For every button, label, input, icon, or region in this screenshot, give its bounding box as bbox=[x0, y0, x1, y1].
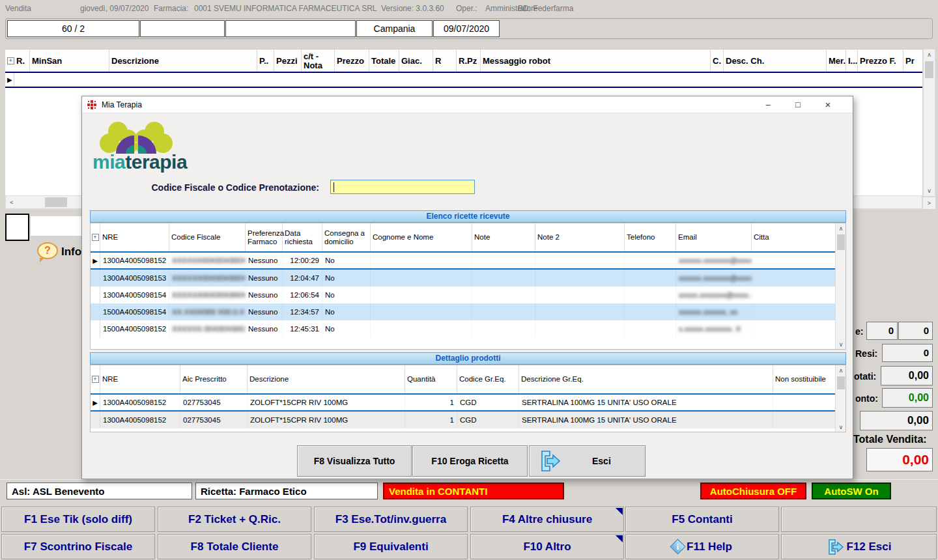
region-field[interactable]: Campania bbox=[356, 20, 433, 37]
empty-field-1[interactable] bbox=[140, 20, 225, 37]
col-email[interactable]: Email bbox=[676, 223, 752, 251]
col-codice-fiscale[interactable]: Codice Fiscale bbox=[169, 223, 246, 251]
col-messaggio[interactable]: Messaggio robot bbox=[481, 49, 711, 72]
col-minsan[interactable]: MinSan bbox=[30, 49, 109, 72]
col-aic[interactable]: Aic Prescritto bbox=[180, 365, 248, 393]
col-c[interactable]: C. bbox=[711, 49, 724, 72]
scroll-right-icon[interactable]: > bbox=[923, 197, 935, 209]
vscroll-thumb[interactable] bbox=[837, 234, 845, 250]
col-descrizione-greq[interactable]: Descrizione Gr.Eq. bbox=[519, 365, 773, 393]
f7-button[interactable]: F7 Scontrino Fiscale bbox=[1, 534, 155, 559]
question-glyph: ? bbox=[44, 245, 51, 256]
f5-button[interactable]: F5 Contanti bbox=[625, 507, 779, 532]
scroll-up-icon[interactable]: ∧ bbox=[836, 223, 846, 233]
col-consegna[interactable]: Consegna a domicilio bbox=[322, 223, 371, 251]
col-ct-nota[interactable]: c/t - Nota bbox=[302, 49, 335, 72]
f2-button[interactable]: F2 Ticket + Q.Ric. bbox=[158, 507, 311, 532]
expand-all-icon[interactable]: + bbox=[91, 365, 100, 393]
col-pr[interactable]: Pr bbox=[903, 49, 922, 72]
col-desc-ch[interactable]: Desc. Ch. bbox=[724, 49, 827, 72]
col-p[interactable]: P.. bbox=[257, 49, 274, 72]
vscroll-thumb[interactable] bbox=[837, 376, 845, 389]
col-nre[interactable]: NRE bbox=[100, 223, 169, 251]
col-nre[interactable]: NRE bbox=[100, 365, 180, 393]
vscroll-thumb[interactable] bbox=[925, 61, 933, 78]
col-prezzo[interactable]: Prezzo bbox=[335, 49, 369, 72]
f9-button[interactable]: F9 Equivalenti bbox=[314, 534, 468, 559]
table-row[interactable]: 1500A4005098152 XXXXXX.00X00X000X Nessun… bbox=[91, 320, 846, 337]
col-giac[interactable]: Giac. bbox=[399, 49, 433, 72]
quantity-box[interactable] bbox=[5, 214, 29, 241]
col-totale[interactable]: Totale bbox=[369, 49, 399, 72]
col-rpz[interactable]: R.Pz bbox=[457, 49, 481, 72]
col-citta[interactable]: Citta bbox=[752, 223, 846, 251]
app-title: Vendita bbox=[5, 4, 31, 13]
eroga-ricetta-button[interactable]: F10 Eroga Ricetta bbox=[412, 445, 528, 477]
table-row[interactable]: ▶ 1300A4005098152 027753045 ZOLOFT*15CPR… bbox=[91, 393, 846, 412]
dettaglio-section-header: Dettaglio prodotti bbox=[90, 352, 846, 365]
counter-field[interactable]: 60 / 2 bbox=[7, 20, 139, 37]
col-data-richiesta[interactable]: Data richiesta bbox=[283, 223, 322, 251]
esci-button[interactable]: Esci bbox=[529, 445, 646, 477]
scroll-down-icon[interactable]: ∨ bbox=[924, 186, 935, 196]
scroll-down-icon[interactable]: ∨ bbox=[836, 339, 846, 349]
col-descrizione[interactable]: Descrizione bbox=[109, 49, 257, 72]
f3-button[interactable]: F3 Ese.Tot/inv.guerra bbox=[314, 507, 468, 532]
scroll-down-icon[interactable]: ∨ bbox=[836, 422, 846, 432]
f1-button[interactable]: F1 Ese Tik (solo diff) bbox=[1, 507, 155, 532]
empty-field-2[interactable] bbox=[225, 20, 356, 37]
autochiusura-badge[interactable]: AutoChiusura OFF bbox=[700, 483, 806, 499]
dettaglio-vscrollbar[interactable]: ∧ ∨ bbox=[835, 365, 846, 432]
table-row[interactable]: 1300A4005098154 XXXXXX00X00X000X Nessuno… bbox=[91, 287, 846, 303]
f11-button[interactable]: i F11 Help bbox=[625, 534, 779, 559]
scroll-left-icon[interactable]: < bbox=[6, 196, 18, 208]
table-row[interactable]: 1500A4005098154 XX.XX0X000 X00.0.XX Ness… bbox=[91, 303, 846, 320]
scroll-up-icon[interactable]: ∧ bbox=[836, 365, 846, 375]
expand-all-icon[interactable]: + bbox=[91, 223, 100, 251]
empty-button[interactable] bbox=[781, 507, 937, 532]
table-row[interactable]: 1300A4005098152 027753045 ZOLOFT*15CPR R… bbox=[91, 412, 846, 428]
table-row[interactable]: ▶ 1300A4005098152 XXXXXX00X00X000X Nessu… bbox=[91, 251, 846, 270]
row-pointer-icon: ▶ bbox=[92, 399, 98, 406]
col-prezzo-f[interactable]: Prezzo F. bbox=[858, 49, 903, 72]
entry-field[interactable] bbox=[31, 216, 81, 236]
col-note[interactable]: Note bbox=[472, 223, 535, 251]
exit-icon bbox=[827, 539, 844, 555]
hscroll-thumb[interactable] bbox=[45, 197, 67, 207]
visualizza-tutto-button[interactable]: F8 Visualizza Tutto bbox=[297, 445, 412, 477]
pieces-label-fragment: e: bbox=[855, 326, 863, 337]
col-quantita[interactable]: Quantità bbox=[405, 365, 457, 393]
minimize-button[interactable]: – bbox=[758, 98, 778, 111]
dialog-titlebar[interactable]: Mia Terapia – □ × bbox=[82, 96, 853, 113]
main-table-current-row[interactable]: ▶ bbox=[5, 72, 922, 88]
codice-fiscale-input[interactable] bbox=[330, 180, 475, 194]
autosw-badge[interactable]: AutoSW On bbox=[812, 483, 891, 499]
f4-button[interactable]: F4 Altre chiusure bbox=[470, 507, 624, 532]
table-row[interactable]: 1300A4005098153 XXXXXX00X00X000X Nessuno… bbox=[91, 270, 846, 287]
dettaglio-table: + NRE Aic Prescritto Descrizione Quantit… bbox=[90, 365, 846, 432]
date-field[interactable]: 09/07/2020 bbox=[433, 20, 500, 37]
col-r[interactable]: R. bbox=[14, 49, 30, 72]
f10-button[interactable]: F10 Altro bbox=[470, 534, 624, 559]
col-mer[interactable]: Mer. bbox=[827, 49, 846, 72]
col-r2[interactable]: R bbox=[433, 49, 457, 72]
col-pezzi[interactable]: Pezzi bbox=[274, 49, 302, 72]
expand-all-icon[interactable]: + bbox=[7, 57, 14, 64]
f12-button[interactable]: F12 Esci bbox=[781, 534, 937, 559]
help-info-icon: i bbox=[670, 539, 686, 554]
col-telefono[interactable]: Telefono bbox=[625, 223, 676, 251]
col-cognome[interactable]: Cognome e Nome bbox=[371, 223, 472, 251]
elenco-vscrollbar[interactable]: ∧ ∨ bbox=[835, 223, 846, 349]
versione: Versione: 3.0.3.60 bbox=[381, 4, 444, 13]
f8-button[interactable]: F8 Totale Cliente bbox=[158, 534, 311, 559]
scroll-up-icon[interactable]: ∧ bbox=[924, 49, 935, 60]
col-codice-greq[interactable]: Codice Gr.Eq. bbox=[457, 365, 519, 393]
main-vscrollbar[interactable]: ∧ ∨ bbox=[923, 49, 935, 197]
col-note2[interactable]: Note 2 bbox=[535, 223, 625, 251]
maximize-button[interactable]: □ bbox=[788, 98, 808, 111]
col-preferenza[interactable]: Preferenza Farmaco bbox=[246, 223, 283, 251]
col-descrizione[interactable]: Descrizione bbox=[248, 365, 405, 393]
close-button[interactable]: × bbox=[818, 98, 838, 111]
help-balloon-icon[interactable]: ? bbox=[37, 242, 58, 259]
col-i[interactable]: I... bbox=[846, 49, 858, 72]
